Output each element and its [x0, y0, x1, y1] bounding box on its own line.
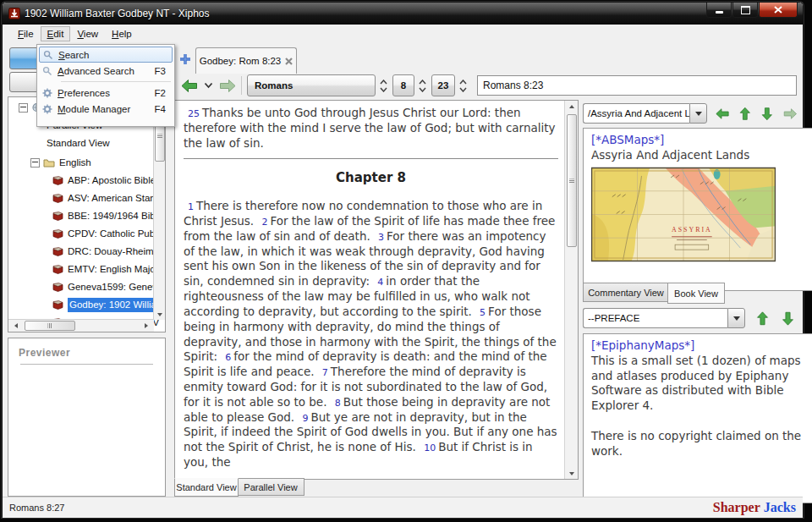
menu-file[interactable]: File	[11, 26, 41, 41]
book-module-link[interactable]: [*EpiphanyMaps*]	[591, 338, 805, 354]
dropdown-button[interactable]	[689, 103, 707, 124]
arrow-down-icon	[157, 313, 162, 319]
map-title-text: ASSYRIA	[672, 226, 712, 234]
scrollbar-thumb[interactable]	[25, 321, 75, 331]
map-up-button[interactable]	[739, 107, 751, 121]
scrollbar-thumb[interactable]	[567, 114, 577, 247]
tree-item-module[interactable]: Geneva1599: Genev	[52, 278, 157, 295]
menu-item-advanced-search[interactable]: Advanced Search F3	[39, 63, 173, 79]
text-vertical-scrollbar[interactable]	[564, 101, 578, 479]
tree-item-module-selected[interactable]: Godbey: 1902 Willia	[52, 296, 160, 313]
bible-text[interactable]: 25Thanks be unto God through Jesus Chris…	[175, 101, 565, 479]
search-icon	[42, 66, 52, 76]
spacer	[591, 414, 805, 429]
previewer-title: Previewer	[19, 347, 165, 359]
book-icon	[52, 194, 63, 203]
chevron-down-icon[interactable]	[380, 87, 387, 92]
map-selector[interactable]: /Assyria And Adjacent La	[583, 103, 707, 124]
titlebar[interactable]: 1902 William Baxter Godbey NT - Xiphos	[3, 3, 803, 25]
arrow-left-icon	[12, 323, 18, 328]
book-content-panel[interactable]: [*EpiphanyMaps*] This is a small set (1 …	[583, 333, 812, 503]
arrow-down-icon	[733, 316, 740, 324]
book-spinner[interactable]	[380, 80, 387, 92]
module-tree: Parallel View Standard View English ABP:…	[8, 96, 166, 332]
close-button[interactable]	[759, 3, 798, 18]
tree-item-standard-view[interactable]: Standard View	[42, 135, 110, 151]
bible-text-panel: 25Thanks be unto God through Jesus Chris…	[174, 100, 579, 480]
tab-standard-view[interactable]: Standard View	[174, 478, 239, 497]
menu-item-module-manager[interactable]: Module Manager F4	[39, 101, 173, 117]
verse-text: Thanks be unto God through Jesus Christ …	[184, 106, 556, 150]
tree-vertical-scrollbar[interactable]	[153, 97, 165, 320]
map-back-button[interactable]	[716, 107, 729, 120]
book-up-button[interactable]	[756, 311, 769, 326]
chapter-divider	[184, 158, 558, 159]
map-caption: Assyria And Adjacent Lands	[591, 148, 805, 163]
scroll-down-button[interactable]	[154, 308, 165, 320]
reference-input[interactable]: Romans 8:23	[477, 75, 797, 96]
chevron-up-icon[interactable]	[419, 80, 426, 85]
gear-icon	[42, 88, 52, 98]
menu-item-search[interactable]: Search	[39, 47, 173, 63]
book-paragraph: This is a small set (1 dozen) of maps an…	[591, 354, 805, 414]
chapter-spinner[interactable]	[419, 80, 426, 92]
book-dropdown[interactable]: Romans	[247, 74, 376, 96]
tab-book-view[interactable]: Book View	[667, 283, 725, 304]
menu-edit[interactable]: Edit	[41, 26, 71, 41]
tree-item-module[interactable]: CPDV: Catholic Pub	[52, 225, 155, 242]
book-icon	[52, 212, 63, 221]
new-tab-button[interactable]	[177, 51, 194, 68]
scroll-up-button[interactable]	[565, 101, 578, 113]
previewer-panel: Previewer	[8, 338, 166, 497]
collapse-icon[interactable]	[19, 103, 28, 113]
close-tab-icon[interactable]	[285, 58, 293, 65]
chapter-field[interactable]: 8	[392, 74, 414, 96]
map-module-link[interactable]: [*ABSMaps*]	[591, 133, 805, 148]
arrow-down-icon	[695, 112, 702, 119]
minimize-button[interactable]	[706, 3, 732, 18]
close-icon	[774, 6, 782, 14]
search-icon	[43, 50, 53, 60]
chevron-up-icon[interactable]	[459, 80, 467, 85]
tree-item-module[interactable]: ABP: Apostolic Bible	[52, 172, 156, 189]
tree-horizontal-scrollbar[interactable]	[8, 319, 154, 332]
collapse-icon[interactable]	[30, 158, 40, 168]
toolbar-separator	[241, 76, 242, 95]
book-down-button[interactable]	[782, 311, 794, 326]
history-dropdown-button[interactable]	[204, 82, 213, 89]
forward-button[interactable]	[219, 79, 236, 93]
arrow-up-icon	[569, 102, 574, 108]
map-down-button[interactable]	[761, 107, 773, 121]
tab-godbey-rom[interactable]: Godbey: Rom 8:23	[195, 47, 297, 74]
verse-number: 2	[261, 217, 267, 228]
chevron-up-icon[interactable]	[380, 80, 387, 85]
chevron-down-icon[interactable]	[419, 87, 426, 92]
back-button[interactable]	[181, 79, 198, 93]
map-content-panel[interactable]: [*ABSMaps*] Assyria And Adjacent Lands	[583, 128, 812, 291]
folder-icon	[43, 158, 55, 168]
tab-parallel-view[interactable]: Parallel View	[237, 478, 304, 496]
menu-view[interactable]: View	[70, 26, 105, 41]
menu-help[interactable]: Help	[105, 26, 139, 41]
tab-commentary-view[interactable]: Commentary View	[583, 283, 669, 302]
maximize-button[interactable]	[732, 3, 758, 18]
tree-item-module[interactable]: ASV: American Stan	[52, 190, 156, 206]
book-section-selector[interactable]: --PREFACE	[583, 308, 745, 328]
tree-group-english[interactable]: English	[30, 154, 91, 171]
verse-spinner[interactable]	[459, 80, 467, 92]
verse-number: 8	[335, 398, 341, 409]
book-icon	[52, 247, 63, 256]
scroll-down-button[interactable]	[565, 467, 578, 479]
dropdown-button[interactable]	[727, 308, 745, 328]
tree-item-module[interactable]: DRC: Douay-Rheims	[52, 243, 158, 260]
gear-icon	[42, 104, 52, 114]
chevron-down-icon[interactable]	[459, 87, 467, 92]
arrow-right-icon	[145, 323, 151, 328]
tree-item-module[interactable]: EMTV: English Majo	[52, 261, 156, 277]
tree-item-module[interactable]: BBE: 1949/1964 Bibl	[52, 207, 157, 224]
verse-field[interactable]: 23	[431, 74, 455, 96]
menu-item-preferences[interactable]: Preferences F2	[39, 85, 173, 101]
minimize-icon	[716, 11, 723, 14]
map-image[interactable]: ASSYRIA	[591, 167, 776, 262]
map-forward-button[interactable]	[783, 107, 797, 120]
